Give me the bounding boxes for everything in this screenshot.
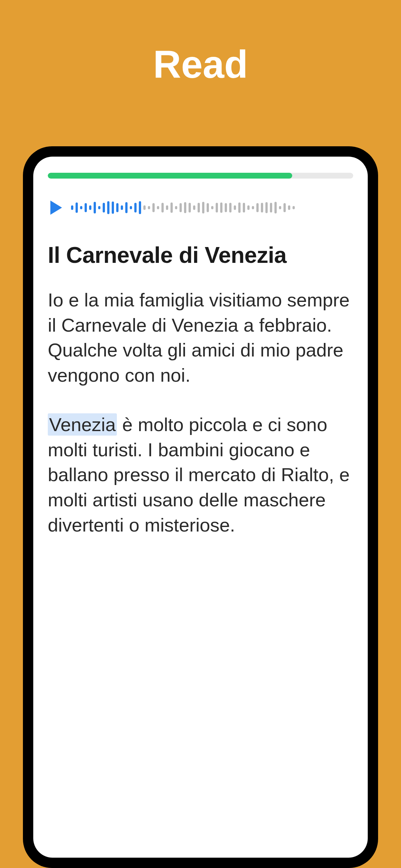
wave-bar: [243, 203, 245, 213]
wave-bar: [193, 206, 195, 210]
wave-bar: [89, 206, 91, 210]
wave-bar: [71, 206, 73, 210]
device-frame: Il Carnevale di Venezia Io e la mia fami…: [23, 146, 378, 868]
wave-bar: [279, 206, 281, 209]
wave-bar: [112, 202, 114, 214]
wave-bar: [94, 202, 96, 213]
wave-bar: [266, 202, 268, 213]
audio-player: [48, 200, 353, 215]
screen: Il Carnevale di Venezia Io e la mia fami…: [33, 157, 368, 858]
story-title: Il Carnevale di Venezia: [48, 242, 353, 268]
highlighted-word[interactable]: Venezia: [48, 413, 117, 436]
wave-bar: [274, 202, 277, 213]
wave-bar: [98, 206, 100, 209]
wave-bar: [211, 206, 213, 209]
wave-bar: [225, 203, 227, 212]
wave-bar: [234, 206, 236, 210]
wave-bar: [261, 203, 263, 213]
wave-bar: [121, 206, 123, 210]
wave-bar: [152, 203, 155, 212]
wave-bar: [252, 206, 254, 209]
wave-bar: [125, 202, 127, 213]
story-paragraph[interactable]: Io e la mia famiglia visitiamo sempre il…: [48, 287, 353, 388]
progress-bar[interactable]: [48, 173, 353, 179]
wave-bar: [270, 203, 272, 213]
story-paragraph[interactable]: Venezia è molto piccola e ci sono molti …: [48, 412, 353, 538]
wave-bar: [207, 203, 209, 212]
wave-bar: [148, 206, 150, 209]
wave-bar: [175, 206, 177, 209]
wave-bar: [247, 206, 250, 210]
wave-bar: [130, 206, 132, 209]
wave-bar: [80, 206, 82, 209]
wave-bar: [157, 206, 159, 209]
wave-bar: [75, 203, 78, 213]
wave-bar: [238, 203, 241, 213]
wave-bar: [229, 203, 232, 213]
wave-bar: [171, 203, 173, 213]
wave-bar: [107, 201, 110, 214]
progress-fill: [48, 173, 292, 179]
wave-bar: [220, 203, 222, 213]
wave-bar: [288, 206, 290, 210]
wave-bar: [143, 206, 146, 210]
wave-bar: [139, 201, 141, 214]
audio-waveform[interactable]: [71, 201, 353, 214]
wave-bar: [180, 203, 182, 212]
wave-bar: [189, 203, 191, 213]
wave-bar: [216, 203, 218, 213]
wave-bar: [184, 202, 186, 213]
wave-bar: [166, 206, 168, 210]
wave-bar: [116, 203, 119, 212]
wave-bar: [103, 203, 105, 213]
story-body: Io e la mia famiglia visitiamo sempre il…: [48, 287, 353, 537]
wave-bar: [292, 206, 295, 209]
wave-bar: [85, 203, 87, 212]
wave-bar: [256, 203, 258, 212]
wave-bar: [202, 202, 204, 213]
page-title: Read: [153, 42, 248, 87]
wave-bar: [161, 203, 164, 213]
wave-bar: [197, 203, 200, 213]
wave-bar: [283, 203, 286, 212]
play-icon[interactable]: [50, 200, 62, 215]
wave-bar: [134, 203, 136, 213]
